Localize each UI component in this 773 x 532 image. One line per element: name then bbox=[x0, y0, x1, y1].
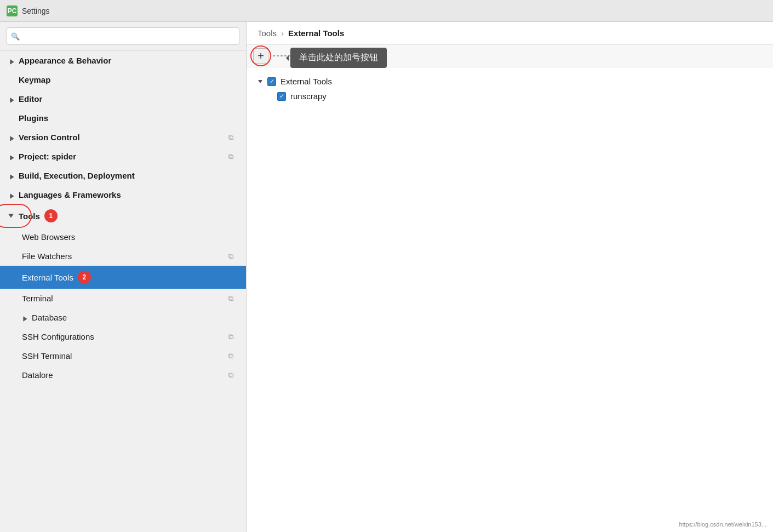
sidebar-item-label: SSH Configurations bbox=[22, 332, 94, 341]
svg-marker-1 bbox=[10, 98, 14, 103]
sidebar-item-terminal[interactable]: Terminal ⧉ bbox=[0, 289, 246, 308]
add-button-wrapper: + bbox=[253, 48, 268, 64]
main-container: 🔍 Appearance & Behavior Keymap Editor bbox=[0, 22, 773, 532]
sidebar-item-label: Project: spider bbox=[19, 152, 76, 161]
sidebar-item-label: Keymap bbox=[19, 75, 50, 84]
svg-marker-4 bbox=[10, 174, 14, 180]
tree-area: ✓ External Tools ✓ runscrapy bbox=[247, 67, 773, 532]
bottom-url: https://blog.csdn.net/weixin153... bbox=[679, 521, 766, 528]
sidebar-item-label: Database bbox=[32, 313, 67, 322]
sidebar-item-label: Editor bbox=[19, 94, 42, 104]
sidebar-item-label: Build, Execution, Deployment bbox=[19, 171, 135, 180]
svg-marker-0 bbox=[10, 59, 14, 65]
svg-marker-6 bbox=[8, 214, 14, 218]
sidebar-item-label: File Watchers bbox=[22, 251, 72, 261]
sidebar-item-keymap[interactable]: Keymap bbox=[0, 70, 246, 89]
annotation-1: 1 bbox=[44, 209, 58, 222]
search-input[interactable] bbox=[7, 27, 239, 45]
svg-marker-10 bbox=[258, 80, 262, 83]
chevron-right-icon bbox=[22, 314, 28, 321]
content-pane: Tools › External Tools + 3 单击此处的加号按钮 bbox=[247, 22, 773, 532]
sidebar-item-external-tools[interactable]: External Tools 2 bbox=[0, 266, 246, 289]
sidebar-item-editor[interactable]: Editor bbox=[0, 89, 246, 108]
copy-icon: ⧉ bbox=[228, 252, 237, 261]
sidebar-item-ssh-terminal[interactable]: SSH Terminal ⧉ bbox=[0, 346, 246, 365]
sidebar-item-label: Web Browsers bbox=[22, 232, 75, 242]
sidebar-item-tools[interactable]: Tools 1 bbox=[0, 204, 246, 227]
chevron-right-icon bbox=[9, 173, 15, 179]
sidebar-item-version-control[interactable]: Version Control ⧉ bbox=[0, 128, 246, 147]
sidebar-item-web-browsers[interactable]: Web Browsers bbox=[0, 227, 246, 247]
sidebar-item-label: Appearance & Behavior bbox=[19, 56, 111, 65]
svg-marker-3 bbox=[10, 155, 14, 161]
sidebar-item-label: SSH Terminal bbox=[22, 351, 72, 361]
chevron-right-icon bbox=[9, 134, 15, 141]
checkbox-external-tools[interactable]: ✓ bbox=[267, 77, 276, 86]
add-tool-button[interactable]: + bbox=[253, 48, 268, 64]
sidebar-item-database[interactable]: Database bbox=[0, 308, 246, 327]
sidebar-item-label: Terminal bbox=[22, 294, 53, 303]
sidebar-item-languages[interactable]: Languages & Frameworks bbox=[0, 185, 246, 204]
tree-group-external-tools[interactable]: ✓ External Tools bbox=[247, 74, 773, 89]
sidebar-item-label: External Tools bbox=[22, 273, 73, 282]
sidebar-item-appearance[interactable]: Appearance & Behavior bbox=[0, 51, 246, 70]
sidebar-item-label: Version Control bbox=[19, 133, 80, 142]
copy-icon: ⧉ bbox=[228, 294, 237, 303]
breadcrumb: Tools › External Tools bbox=[247, 22, 773, 45]
chevron-right-icon bbox=[9, 192, 15, 198]
copy-icon: ⧉ bbox=[228, 352, 237, 361]
copy-icon: ⧉ bbox=[228, 152, 237, 161]
sidebar-item-ssh-config[interactable]: SSH Configurations ⧉ bbox=[0, 327, 246, 346]
breadcrumb-current: External Tools bbox=[288, 28, 344, 38]
search-container: 🔍 bbox=[0, 22, 246, 51]
sidebar-item-project[interactable]: Project: spider ⧉ bbox=[0, 147, 246, 166]
svg-marker-7 bbox=[23, 316, 27, 322]
tree-group-label: External Tools bbox=[280, 77, 332, 86]
copy-icon: ⧉ bbox=[228, 333, 237, 341]
chevron-down-icon bbox=[9, 213, 15, 219]
chevron-right-icon bbox=[9, 153, 15, 160]
tree-item-label: runscrapy bbox=[290, 91, 327, 101]
sidebar-item-label: Plugins bbox=[19, 113, 48, 123]
breadcrumb-separator: › bbox=[281, 28, 284, 38]
sidebar-item-label: Tools bbox=[19, 211, 40, 221]
search-icon: 🔍 bbox=[11, 32, 20, 41]
copy-icon: ⧉ bbox=[228, 133, 237, 142]
svg-marker-5 bbox=[10, 193, 14, 199]
tree-item-runscrapy[interactable]: ✓ runscrapy bbox=[247, 89, 773, 104]
sidebar: 🔍 Appearance & Behavior Keymap Editor bbox=[0, 22, 247, 532]
sidebar-item-datalore[interactable]: Datalore ⧉ bbox=[0, 365, 246, 385]
sidebar-item-label: Datalore bbox=[22, 370, 53, 380]
sidebar-item-label: Languages & Frameworks bbox=[19, 190, 121, 199]
sidebar-item-plugins[interactable]: Plugins bbox=[0, 108, 246, 128]
checkbox-runscrapy[interactable]: ✓ bbox=[277, 92, 286, 101]
tree-chevron-down-icon bbox=[257, 77, 264, 86]
svg-marker-2 bbox=[10, 136, 14, 141]
sidebar-item-file-watchers[interactable]: File Watchers ⧉ bbox=[0, 247, 246, 266]
app-icon: PC bbox=[7, 5, 18, 16]
breadcrumb-parent: Tools bbox=[257, 28, 277, 38]
title-bar: PC Settings bbox=[0, 0, 773, 22]
chevron-right-icon bbox=[9, 96, 15, 102]
toolbar: + 3 单击此处的加号按钮 bbox=[247, 45, 773, 67]
annotation-2: 2 bbox=[78, 271, 91, 284]
chevron-right-icon bbox=[9, 58, 15, 64]
copy-icon: ⧉ bbox=[228, 371, 237, 380]
search-wrapper: 🔍 bbox=[7, 27, 239, 45]
window-title: Settings bbox=[22, 7, 50, 15]
tooltip: 单击此处的加号按钮 bbox=[290, 48, 387, 68]
sidebar-item-build[interactable]: Build, Execution, Deployment bbox=[0, 166, 246, 185]
